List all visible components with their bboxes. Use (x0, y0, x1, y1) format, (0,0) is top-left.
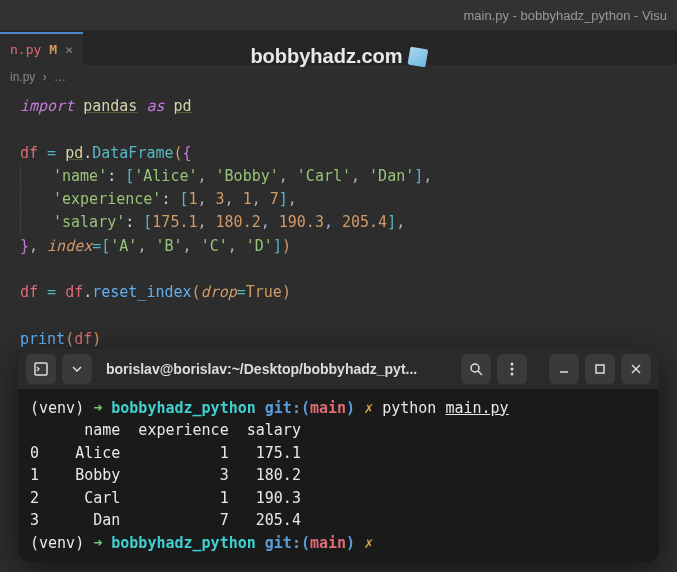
tab-main-py[interactable]: n.py M × (0, 32, 83, 65)
code-line-3: 'name': ['Alice', 'Bobby', 'Carl', 'Dan'… (20, 165, 657, 188)
cube-icon (407, 46, 428, 67)
svg-point-1 (471, 364, 479, 372)
code-line-7: df = df.reset_index(drop=True) (20, 281, 657, 304)
code-line-blank (20, 258, 657, 281)
window-title-bar: main.py - bobbyhadz_python - Visu (0, 0, 677, 30)
terminal-icon (34, 362, 48, 376)
code-line-1: import pandas as pd (20, 95, 657, 118)
watermark: bobbyhadz.com (250, 45, 426, 68)
tab-filename: n.py (10, 42, 41, 57)
kebab-icon (510, 362, 514, 376)
close-icon[interactable]: × (65, 42, 73, 57)
breadcrumb-rest: … (54, 70, 66, 84)
dropdown-button[interactable] (62, 354, 92, 384)
svg-point-5 (511, 372, 514, 375)
terminal-title: borislav@borislav:~/Desktop/bobbyhadz_py… (98, 361, 455, 377)
minimize-icon (558, 363, 570, 375)
svg-rect-7 (596, 365, 604, 373)
code-editor[interactable]: import pandas as pd df = pd.DataFrame({ … (0, 89, 677, 357)
maximize-icon (594, 363, 606, 375)
minimize-button[interactable] (549, 354, 579, 384)
search-icon (469, 362, 483, 376)
svg-line-2 (478, 371, 482, 375)
output-row-1: 1 Bobby 3 180.2 (30, 464, 647, 487)
output-row-0: 0 Alice 1 175.1 (30, 442, 647, 465)
breadcrumb-file: in.py (10, 70, 35, 84)
code-line-2: df = pd.DataFrame({ (20, 142, 657, 165)
prompt-line-2: (venv) ➜ bobbyhadz_python git:(main) ✗ (30, 532, 647, 555)
maximize-button[interactable] (585, 354, 615, 384)
svg-point-4 (511, 367, 514, 370)
code-line-blank (20, 118, 657, 141)
chevron-right-icon: › (43, 70, 47, 84)
modified-indicator: M (49, 42, 57, 57)
terminal-header: borislav@borislav:~/Desktop/bobbyhadz_py… (18, 349, 659, 389)
output-row-2: 2 Carl 1 190.3 (30, 487, 647, 510)
code-line-5: 'salary': [175.1, 180.2, 190.3, 205.4], (20, 211, 657, 234)
close-button[interactable] (621, 354, 651, 384)
code-line-6: }, index=['A', 'B', 'C', 'D']) (20, 235, 657, 258)
code-line-8: print(df) (20, 328, 657, 351)
prompt-line-1: (venv) ➜ bobbyhadz_python git:(main) ✗ p… (30, 397, 647, 420)
output-row-3: 3 Dan 7 205.4 (30, 509, 647, 532)
search-button[interactable] (461, 354, 491, 384)
breadcrumb[interactable]: in.py › … (0, 65, 677, 89)
svg-point-3 (511, 362, 514, 365)
window-title: main.py - bobbyhadz_python - Visu (463, 8, 667, 23)
close-icon (630, 363, 642, 375)
terminal-window: borislav@borislav:~/Desktop/bobbyhadz_py… (18, 349, 659, 563)
menu-button[interactable] (497, 354, 527, 384)
code-line-blank (20, 304, 657, 327)
svg-rect-0 (35, 363, 47, 375)
chevron-down-icon (72, 366, 82, 372)
output-header: name experience salary (30, 419, 647, 442)
code-line-4: 'experience': [1, 3, 1, 7], (20, 188, 657, 211)
terminal-body[interactable]: (venv) ➜ bobbyhadz_python git:(main) ✗ p… (18, 389, 659, 563)
new-tab-button[interactable] (26, 354, 56, 384)
